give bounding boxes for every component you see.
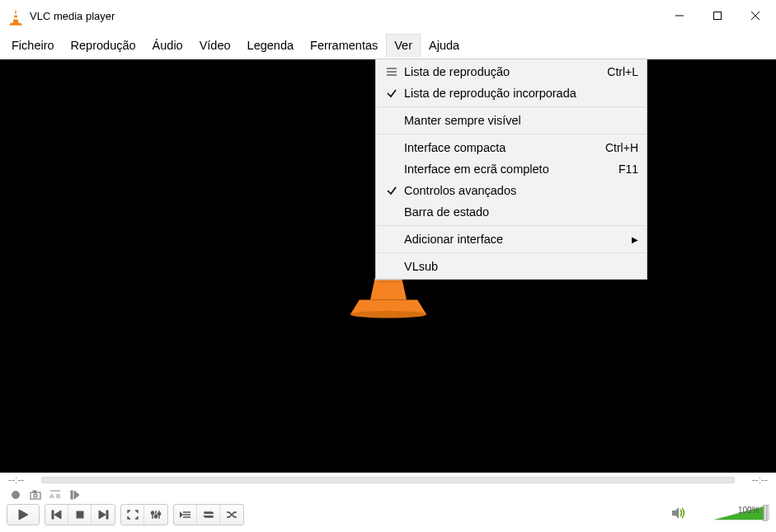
svg-marker-39	[180, 512, 182, 517]
volume-percent: 100%	[738, 506, 760, 515]
menu-separator	[377, 134, 646, 134]
playlist-button[interactable]	[174, 505, 197, 525]
svg-rect-22	[71, 491, 73, 499]
svg-rect-27	[77, 511, 83, 518]
stop-button[interactable]	[68, 505, 92, 525]
svg-rect-17	[31, 492, 40, 499]
svg-marker-24	[19, 510, 28, 520]
volume-area: 100%	[670, 505, 769, 525]
submenu-arrow-icon: ▶	[632, 235, 638, 244]
svg-point-16	[12, 492, 20, 499]
seek-slider[interactable]	[41, 477, 735, 483]
menu-ajuda[interactable]: Ajuda	[421, 34, 468, 57]
main-controls-row: 100%	[0, 502, 776, 529]
menu-separator	[377, 225, 646, 226]
previous-button[interactable]	[45, 505, 68, 525]
snapshot-button[interactable]	[26, 487, 45, 502]
svg-rect-19	[33, 491, 36, 492]
svg-rect-33	[152, 512, 154, 514]
menu-item-label: Manter sempre visível	[402, 114, 638, 127]
play-button[interactable]	[7, 504, 40, 525]
total-time: --:--	[741, 474, 768, 486]
svg-marker-3	[9, 23, 22, 26]
shuffle-button[interactable]	[220, 505, 243, 525]
fullscreen-button[interactable]	[121, 505, 144, 525]
menu-item-label: Barra de estado	[402, 205, 638, 219]
bottom-controls: --:-- --:-- AB	[0, 473, 776, 532]
extended-settings-button[interactable]	[144, 505, 167, 525]
svg-rect-1	[13, 13, 17, 15]
menu-item-barra-de-estado[interactable]: Barra de estado	[376, 201, 647, 223]
menu-item-label: Interface compacta	[402, 141, 605, 154]
record-button[interactable]	[7, 487, 25, 502]
menu-item-label: Lista de reprodução incorporada	[402, 87, 638, 100]
menu-ficheiro[interactable]: Ficheiro	[3, 34, 63, 57]
menu-item-vlsub[interactable]: VLsub	[376, 256, 647, 277]
next-button[interactable]	[92, 505, 115, 525]
menu-separator	[377, 106, 646, 107]
svg-text:A: A	[49, 492, 54, 500]
frame-step-button[interactable]	[66, 487, 84, 502]
menu-legenda[interactable]: Legenda	[239, 34, 302, 57]
check-icon	[381, 185, 402, 196]
close-button[interactable]	[736, 2, 774, 29]
menu-item-shortcut: Ctrl+L	[607, 65, 638, 78]
svg-rect-34	[155, 516, 158, 517]
svg-rect-2	[13, 17, 19, 19]
playlist-icon	[381, 67, 402, 77]
svg-marker-23	[74, 491, 79, 499]
loop-ab-button[interactable]: AB	[46, 487, 64, 502]
seekbar-row: --:-- --:--	[0, 473, 776, 486]
svg-marker-0	[12, 9, 18, 23]
maximize-button[interactable]	[698, 2, 736, 29]
minimize-button[interactable]	[661, 2, 698, 29]
menu-item-label: Controlos avançados	[402, 184, 638, 197]
menu-item-label: Interface em ecrã completo	[402, 162, 618, 176]
svg-rect-25	[52, 511, 54, 519]
window-title: VLC media player	[30, 10, 115, 22]
svg-point-12	[350, 310, 426, 318]
menu-ver[interactable]: Ver	[386, 34, 421, 57]
svg-marker-26	[54, 511, 61, 519]
menu-item-shortcut: F11	[618, 162, 638, 176]
menu-ver-dropdown: Lista de reproduçãoCtrl+LLista de reprod…	[375, 59, 647, 280]
svg-marker-28	[99, 511, 106, 519]
speaker-icon[interactable]	[670, 506, 687, 524]
svg-point-18	[34, 494, 37, 497]
menu-item-controlos-avan-ados[interactable]: Controlos avançados	[376, 180, 647, 201]
menu-item-manter-sempre-vis-vel[interactable]: Manter sempre visível	[376, 110, 647, 131]
menu-video[interactable]: Vídeo	[191, 34, 239, 57]
svg-rect-43	[764, 505, 767, 521]
menu-item-lista-de-reprodu-o-incorporada[interactable]: Lista de reprodução incorporada	[376, 82, 647, 104]
advanced-controls-row: AB	[0, 486, 776, 502]
menu-audio[interactable]: Áudio	[144, 34, 191, 57]
loop-button[interactable]	[197, 505, 220, 525]
svg-text:B: B	[56, 492, 60, 500]
menu-ferramentas[interactable]: Ferramentas	[302, 34, 386, 57]
menu-item-shortcut: Ctrl+H	[605, 141, 638, 154]
svg-rect-29	[106, 511, 108, 519]
menu-item-label: Adicionar interface	[402, 233, 627, 246]
view-group	[120, 504, 168, 525]
playback-nav-group	[45, 504, 115, 525]
menu-reproducao[interactable]: Reprodução	[63, 34, 144, 57]
svg-rect-5	[714, 12, 722, 20]
menu-separator	[377, 252, 646, 253]
menu-item-interface-em-ecr-completo[interactable]: Interface em ecrã completoF11	[376, 158, 647, 180]
svg-marker-40	[672, 507, 679, 519]
menu-item-interface-compacta[interactable]: Interface compactaCtrl+H	[376, 137, 647, 158]
menu-item-lista-de-reprodu-o[interactable]: Lista de reproduçãoCtrl+L	[376, 61, 647, 82]
app-icon	[8, 8, 23, 23]
menu-item-adicionar-interface[interactable]: Adicionar interface▶	[376, 228, 647, 250]
menu-item-label: Lista de reprodução	[402, 65, 607, 78]
titlebar: VLC media player	[0, 0, 776, 31]
menubar: Ficheiro Reprodução Áudio Vídeo Legenda …	[0, 31, 776, 59]
svg-rect-35	[158, 513, 161, 515]
menu-item-label: VLsub	[402, 260, 638, 273]
playlist-group	[173, 504, 244, 525]
elapsed-time: --:--	[8, 474, 35, 486]
check-icon	[381, 87, 402, 99]
